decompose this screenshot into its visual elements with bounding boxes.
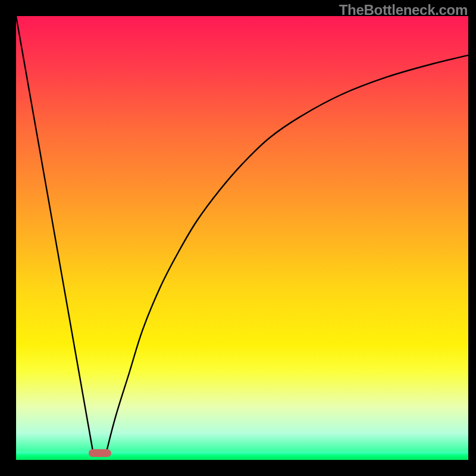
curve-layer (16, 16, 468, 460)
chart-frame: TheBottleneck.com (0, 0, 476, 476)
baseline-strip (16, 452, 468, 460)
bottleneck-marker (89, 449, 111, 457)
curve-left (16, 16, 93, 452)
curve-right (107, 55, 468, 452)
plot-area (16, 16, 468, 460)
